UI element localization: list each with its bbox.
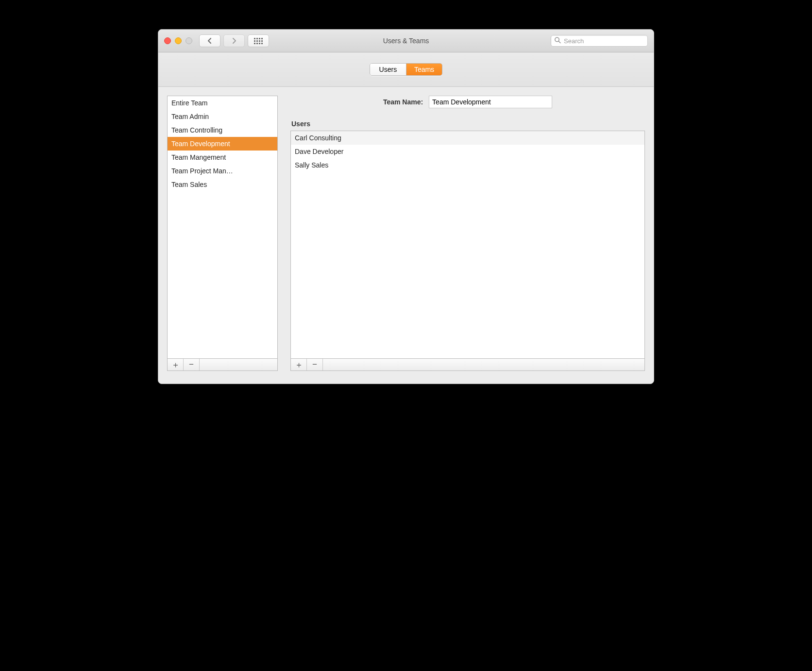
tab-teams[interactable]: Teams	[406, 64, 442, 75]
tabstrip: Users Teams	[158, 52, 654, 87]
close-window-button[interactable]	[164, 37, 171, 44]
users-footer: ＋ −	[290, 359, 645, 371]
list-item[interactable]: Team Mangement	[168, 151, 277, 164]
content-area: Entire Team Team Admin Team Controlling …	[158, 87, 654, 384]
back-button[interactable]	[199, 34, 220, 47]
forward-button[interactable]	[223, 34, 245, 47]
plus-icon: ＋	[295, 359, 303, 370]
remove-team-button[interactable]: −	[184, 359, 200, 370]
list-item[interactable]: Team Sales	[168, 178, 277, 191]
minus-icon: −	[312, 360, 317, 369]
add-team-button[interactable]: ＋	[168, 359, 184, 370]
list-item[interactable]: Team Development	[168, 137, 277, 151]
titlebar: Users & Teams	[158, 30, 654, 52]
teams-listbox[interactable]: Entire Team Team Admin Team Controlling …	[167, 96, 278, 359]
nav-button-group	[199, 34, 245, 47]
team-name-label: Team Name:	[383, 98, 423, 106]
footer-spacer	[200, 359, 277, 370]
list-item[interactable]: Team Controlling	[168, 123, 277, 137]
chevron-right-icon	[232, 38, 237, 44]
footer-spacer	[323, 359, 644, 370]
show-all-button[interactable]	[248, 34, 269, 47]
team-name-input[interactable]	[429, 96, 552, 108]
remove-user-button[interactable]: −	[307, 359, 323, 370]
tab-users[interactable]: Users	[370, 64, 406, 75]
minimize-window-button[interactable]	[175, 37, 182, 44]
list-item[interactable]: Sally Sales	[291, 158, 644, 172]
list-item[interactable]: Dave Developer	[291, 145, 644, 158]
list-item[interactable]: Team Admin	[168, 110, 277, 123]
minus-icon: −	[189, 360, 194, 369]
team-detail-panel: Team Name: Users Carl Consulting Dave De…	[290, 96, 645, 371]
users-heading: Users	[291, 120, 645, 128]
chevron-left-icon	[207, 38, 212, 44]
zoom-window-button[interactable]	[186, 37, 192, 44]
list-item[interactable]: Team Project Man…	[168, 164, 277, 178]
show-all-group	[248, 34, 269, 47]
teams-panel: Entire Team Team Admin Team Controlling …	[167, 96, 278, 371]
users-listbox[interactable]: Carl Consulting Dave Developer Sally Sal…	[290, 131, 645, 359]
teams-footer: ＋ −	[167, 359, 278, 371]
list-item[interactable]: Entire Team	[168, 96, 277, 110]
segmented-control: Users Teams	[370, 63, 442, 76]
window-controls	[164, 37, 192, 44]
team-name-row: Team Name:	[290, 96, 645, 108]
preferences-window: Users & Teams Users Teams Entire Team Te…	[158, 29, 654, 384]
search-input[interactable]	[551, 35, 648, 47]
list-item[interactable]: Carl Consulting	[291, 131, 644, 145]
plus-icon: ＋	[171, 359, 180, 370]
grid-icon	[254, 38, 263, 44]
search-wrap	[551, 35, 648, 47]
add-user-button[interactable]: ＋	[291, 359, 307, 370]
